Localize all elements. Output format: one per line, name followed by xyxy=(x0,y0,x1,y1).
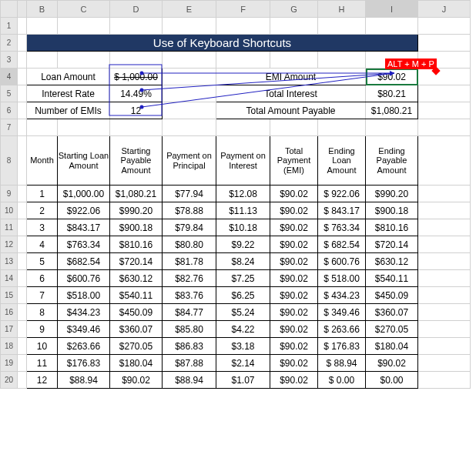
table-cell[interactable]: $990.20 xyxy=(366,186,418,202)
table-cell[interactable]: $90.02 xyxy=(270,321,318,338)
table-cell[interactable]: $90.02 xyxy=(270,287,318,304)
table-cell[interactable]: $810.16 xyxy=(110,236,163,253)
table-cell[interactable]: $270.05 xyxy=(366,321,418,338)
col-header-E[interactable]: E xyxy=(163,1,216,18)
row-header-3[interactable]: 3 xyxy=(1,52,18,69)
table-cell[interactable]: 2 xyxy=(27,202,58,219)
table-cell[interactable]: $87.88 xyxy=(163,355,216,372)
table-cell[interactable]: $630.12 xyxy=(110,270,163,287)
row-header-9[interactable]: 9 xyxy=(1,186,18,202)
table-cell[interactable]: $12.08 xyxy=(216,186,270,202)
table-cell[interactable]: $180.04 xyxy=(366,338,418,355)
row-header-18[interactable]: 18 xyxy=(1,338,18,355)
table-cell[interactable]: $450.09 xyxy=(110,304,163,321)
table-cell[interactable]: $88.94 xyxy=(163,372,216,389)
table-cell[interactable]: 9 xyxy=(27,321,58,338)
table-cell[interactable]: $83.76 xyxy=(163,287,216,304)
table-cell[interactable]: $682.54 xyxy=(58,253,110,270)
table-cell[interactable]: $810.16 xyxy=(366,219,418,236)
table-cell[interactable]: $ 0.00 xyxy=(318,372,366,389)
table-cell[interactable]: $900.18 xyxy=(366,202,418,219)
row-header-20[interactable]: 20 xyxy=(1,372,18,389)
interest-rate-value[interactable]: 14.49% xyxy=(110,85,163,102)
table-cell[interactable]: $90.02 xyxy=(110,372,163,389)
loan-amount-value[interactable]: $ 1,000.00 xyxy=(110,69,163,85)
row-header-12[interactable]: 12 xyxy=(1,236,18,253)
table-cell[interactable]: $518.00 xyxy=(58,287,110,304)
table-cell[interactable]: $77.94 xyxy=(163,186,216,202)
table-cell[interactable]: $270.05 xyxy=(110,338,163,355)
table-cell[interactable]: $0.00 xyxy=(366,372,418,389)
table-cell[interactable]: $86.83 xyxy=(163,338,216,355)
col-header-G[interactable]: G xyxy=(270,1,318,18)
col-header-J[interactable]: J xyxy=(418,1,471,18)
row-header-5[interactable]: 5 xyxy=(1,85,18,102)
col-header-I[interactable]: I xyxy=(366,1,418,18)
table-cell[interactable]: $90.02 xyxy=(270,304,318,321)
table-cell[interactable]: $360.07 xyxy=(110,321,163,338)
table-cell[interactable]: $843.17 xyxy=(58,219,110,236)
table-cell[interactable]: 1 xyxy=(27,186,58,202)
row-header-19[interactable]: 19 xyxy=(1,355,18,372)
table-cell[interactable]: $ 434.23 xyxy=(318,287,366,304)
table-cell[interactable]: $9.22 xyxy=(216,236,270,253)
table-cell[interactable]: $ 843.17 xyxy=(318,202,366,219)
table-cell[interactable]: $6.25 xyxy=(216,287,270,304)
table-cell[interactable]: $82.76 xyxy=(163,270,216,287)
table-cell[interactable]: $180.04 xyxy=(110,355,163,372)
col-header-F[interactable]: F xyxy=(216,1,270,18)
table-cell[interactable]: $10.18 xyxy=(216,219,270,236)
num-emis-value[interactable]: 12 xyxy=(110,102,163,119)
row-header-15[interactable]: 15 xyxy=(1,287,18,304)
table-cell[interactable]: $ 600.76 xyxy=(318,253,366,270)
table-cell[interactable]: $5.24 xyxy=(216,304,270,321)
row-header-1[interactable]: 1 xyxy=(1,18,18,35)
table-cell[interactable]: $7.25 xyxy=(216,270,270,287)
table-cell[interactable]: 4 xyxy=(27,236,58,253)
table-cell[interactable]: $1,000.00 xyxy=(58,186,110,202)
row-header-2[interactable]: 2 xyxy=(1,35,18,52)
table-cell[interactable]: $ 263.66 xyxy=(318,321,366,338)
table-cell[interactable]: $360.07 xyxy=(366,304,418,321)
table-cell[interactable]: 3 xyxy=(27,219,58,236)
row-header-11[interactable]: 11 xyxy=(1,219,18,236)
row-header-14[interactable]: 14 xyxy=(1,270,18,287)
table-cell[interactable]: $ 349.46 xyxy=(318,304,366,321)
table-cell[interactable]: 8 xyxy=(27,304,58,321)
table-cell[interactable]: $90.02 xyxy=(270,236,318,253)
table-cell[interactable]: $176.83 xyxy=(58,355,110,372)
table-cell[interactable]: 6 xyxy=(27,270,58,287)
table-cell[interactable]: $1.07 xyxy=(216,372,270,389)
table-cell[interactable]: $263.66 xyxy=(58,338,110,355)
table-cell[interactable]: $90.02 xyxy=(366,355,418,372)
col-header-B[interactable]: B xyxy=(27,1,58,18)
col-header-C[interactable]: C xyxy=(58,1,110,18)
table-cell[interactable]: $81.78 xyxy=(163,253,216,270)
table-cell[interactable]: $600.76 xyxy=(58,270,110,287)
table-cell[interactable]: $90.02 xyxy=(270,338,318,355)
table-cell[interactable]: $2.14 xyxy=(216,355,270,372)
table-cell[interactable]: $720.14 xyxy=(110,253,163,270)
row-header-10[interactable]: 10 xyxy=(1,202,18,219)
table-cell[interactable]: $630.12 xyxy=(366,253,418,270)
table-cell[interactable]: 11 xyxy=(27,355,58,372)
row-header-8[interactable]: 8 xyxy=(1,136,18,186)
table-cell[interactable]: $90.02 xyxy=(270,253,318,270)
row-header-4[interactable]: 4 xyxy=(1,69,18,85)
col-header-D[interactable]: D xyxy=(110,1,163,18)
table-cell[interactable]: $540.11 xyxy=(366,270,418,287)
row-header-6[interactable]: 6 xyxy=(1,102,18,119)
table-cell[interactable]: $90.02 xyxy=(270,355,318,372)
row-header-13[interactable]: 13 xyxy=(1,253,18,270)
table-cell[interactable]: $90.02 xyxy=(270,186,318,202)
row-header-17[interactable]: 17 xyxy=(1,321,18,338)
table-cell[interactable]: $79.84 xyxy=(163,219,216,236)
table-cell[interactable]: 10 xyxy=(27,338,58,355)
total-payable-value[interactable]: $1,080.21 xyxy=(366,102,418,119)
table-cell[interactable]: $8.24 xyxy=(216,253,270,270)
table-cell[interactable]: $4.22 xyxy=(216,321,270,338)
table-cell[interactable]: $1,080.21 xyxy=(110,186,163,202)
table-cell[interactable]: $450.09 xyxy=(366,287,418,304)
table-cell[interactable]: 7 xyxy=(27,287,58,304)
table-cell[interactable]: $434.23 xyxy=(58,304,110,321)
